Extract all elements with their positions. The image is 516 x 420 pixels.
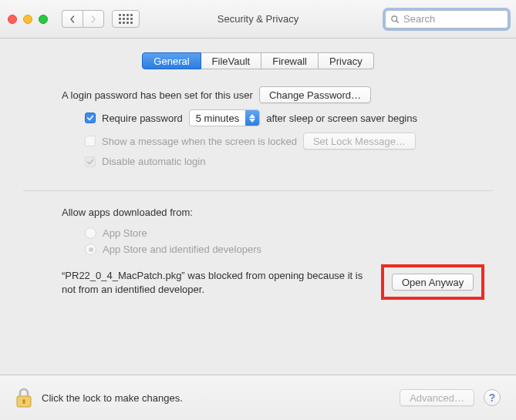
tab-filevault[interactable]: FileVault	[201, 52, 262, 69]
allow-appstore-radio	[85, 227, 96, 239]
chevron-left-icon	[69, 15, 76, 23]
section-divider	[23, 190, 493, 191]
tab-general[interactable]: General	[142, 52, 201, 69]
require-password-checkbox[interactable]	[85, 113, 96, 123]
show-all-button[interactable]	[112, 10, 140, 28]
allow-appstore-label: App Store	[103, 227, 147, 239]
checkmark-icon	[86, 114, 94, 122]
require-password-label-before: Require password	[102, 113, 183, 124]
lock-icon[interactable]	[15, 387, 32, 408]
change-password-button[interactable]: Change Password…	[259, 86, 371, 103]
nav-back-forward	[62, 10, 104, 28]
window-controls	[8, 15, 48, 24]
show-lock-message-label: Show a message when the screen is locked	[102, 136, 297, 147]
minimize-window-button[interactable]	[23, 15, 32, 24]
lock-hint-text: Click the lock to make changes.	[42, 392, 183, 404]
checkmark-icon	[86, 158, 94, 166]
tab-firewall[interactable]: Firewall	[261, 52, 319, 69]
allow-identified-radio	[85, 244, 96, 255]
svg-line-1	[396, 20, 399, 22]
pane-footer: Click the lock to make changes. Advanced…	[0, 375, 516, 420]
back-button[interactable]	[62, 10, 83, 28]
grid-icon	[119, 14, 133, 24]
login-password-status: A login password has been set for this u…	[62, 89, 253, 101]
gatekeeper-blocked-message: “PR22_0_4_MacPatch.pkg” was blocked from…	[62, 269, 370, 297]
forward-button[interactable]	[83, 10, 104, 28]
show-lock-message-checkbox	[85, 136, 96, 146]
preference-pane: General FileVault Firewall Privacy A log…	[0, 39, 516, 375]
disable-auto-login-label: Disable automatic login	[102, 156, 205, 167]
svg-rect-3	[23, 399, 25, 404]
select-stepper-icon	[245, 110, 259, 126]
annotation-highlight: Open Anyway	[381, 264, 484, 300]
close-window-button[interactable]	[8, 15, 17, 24]
open-anyway-button[interactable]: Open Anyway	[392, 274, 474, 291]
set-lock-message-button: Set Lock Message…	[303, 133, 416, 150]
zoom-window-button[interactable]	[39, 15, 48, 24]
search-field[interactable]	[385, 10, 508, 29]
advanced-button[interactable]: Advanced…	[400, 389, 474, 406]
tab-privacy[interactable]: Privacy	[319, 52, 374, 69]
search-input[interactable]	[403, 13, 503, 25]
chevron-right-icon	[89, 15, 97, 23]
allow-apps-label: Allow apps downloaded from:	[23, 207, 493, 218]
window-toolbar: Security & Privacy	[0, 0, 516, 39]
select-value: 5 minutes	[190, 110, 245, 126]
require-password-delay-select[interactable]: 5 minutes	[189, 109, 260, 126]
allow-identified-label: App Store and identified developers	[103, 244, 261, 255]
require-password-label-after: after sleep or screen saver begins	[266, 113, 417, 124]
tab-bar: General FileVault Firewall Privacy	[23, 52, 493, 69]
disable-auto-login-checkbox	[85, 156, 96, 167]
search-icon	[390, 15, 400, 24]
help-button[interactable]: ?	[484, 389, 501, 406]
